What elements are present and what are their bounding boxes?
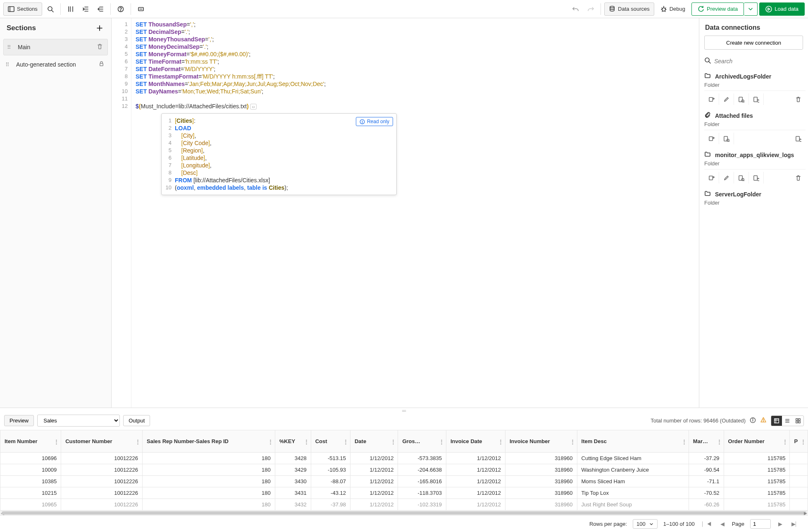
column-header[interactable]: Customer Number⋮ bbox=[61, 430, 143, 453]
drag-handle-icon[interactable]: ⠿ bbox=[7, 44, 14, 50]
preview-source-select[interactable]: Sales bbox=[37, 415, 120, 427]
load-data-button[interactable]: Load data bbox=[759, 2, 805, 16]
column-header[interactable]: Cost⋮ bbox=[311, 430, 350, 453]
conn-action-refresh[interactable] bbox=[749, 93, 764, 105]
data-sources-button[interactable]: Data sources bbox=[604, 2, 654, 16]
connection-search-input[interactable] bbox=[714, 58, 803, 64]
table-cell: -37.98 bbox=[311, 499, 350, 511]
delete-icon[interactable] bbox=[97, 43, 104, 51]
column-header[interactable]: Gros…⋮ bbox=[398, 430, 446, 453]
rows-per-page-select[interactable]: 100 bbox=[633, 519, 658, 529]
conn-action-edit[interactable] bbox=[719, 172, 734, 184]
conn-action-insert[interactable] bbox=[704, 172, 719, 184]
table-row[interactable]: 10009100122261803429-105.931/12/2012-204… bbox=[0, 464, 808, 476]
conn-action-insert[interactable] bbox=[704, 93, 719, 105]
column-menu-icon[interactable]: ⋮ bbox=[801, 438, 806, 444]
help-button[interactable] bbox=[114, 2, 127, 16]
info-icon[interactable] bbox=[750, 417, 756, 425]
table-cell: Just Right Beef Soup bbox=[577, 499, 689, 511]
panel-resize-handle[interactable]: ═ bbox=[0, 408, 808, 413]
column-menu-icon[interactable]: ⋮ bbox=[304, 438, 309, 444]
create-connection-button[interactable]: Create new connection bbox=[704, 36, 803, 50]
output-tab[interactable]: Output bbox=[123, 415, 150, 426]
table-row[interactable]: 10385100122261803430-88.071/12/2012-165.… bbox=[0, 476, 808, 487]
prev-page-button[interactable]: ◀ bbox=[719, 520, 726, 528]
conn-action-select[interactable] bbox=[734, 93, 749, 105]
svg-rect-42 bbox=[709, 136, 713, 140]
next-page-button[interactable]: ▶ bbox=[777, 520, 784, 528]
column-menu-icon[interactable]: ⋮ bbox=[391, 438, 396, 444]
table-row[interactable]: 10696100122261803428-513.151/12/2012-573… bbox=[0, 453, 808, 464]
page-input[interactable] bbox=[750, 519, 771, 529]
column-header[interactable]: Item Number⋮ bbox=[0, 430, 61, 453]
sections-toggle-button[interactable]: Sections bbox=[3, 2, 42, 16]
preview-tab[interactable]: Preview bbox=[4, 415, 34, 426]
conn-action-refresh[interactable] bbox=[749, 172, 764, 184]
debug-button[interactable]: Debug bbox=[656, 2, 690, 16]
column-menu-icon[interactable]: ⋮ bbox=[498, 438, 503, 444]
column-header[interactable]: Item Desc⋮ bbox=[577, 430, 689, 453]
svg-rect-67 bbox=[796, 421, 798, 422]
warning-icon bbox=[760, 417, 767, 425]
view-list[interactable] bbox=[782, 416, 793, 426]
horizontal-scrollbar[interactable]: ◀▶ bbox=[0, 511, 808, 515]
view-table[interactable] bbox=[771, 416, 782, 426]
column-header[interactable]: Order Number⋮ bbox=[724, 430, 790, 453]
section-item[interactable]: ⠿ Auto-generated section bbox=[0, 56, 111, 73]
comment-button[interactable] bbox=[64, 2, 77, 16]
column-header[interactable]: %KEY⋮ bbox=[275, 430, 311, 453]
svg-point-33 bbox=[362, 122, 362, 123]
column-menu-icon[interactable]: ⋮ bbox=[439, 438, 444, 444]
section-item[interactable]: ⠿ Main bbox=[3, 39, 108, 55]
table-cell: 1/12/2012 bbox=[446, 464, 505, 476]
column-menu-icon[interactable]: ⋮ bbox=[343, 438, 348, 444]
table-row[interactable]: 10215100122261803431-43.121/12/2012-118.… bbox=[0, 487, 808, 499]
preview-data-button[interactable]: Preview data bbox=[691, 2, 744, 16]
conn-action-select[interactable] bbox=[734, 172, 749, 184]
first-page-button[interactable]: ⎸◀ bbox=[701, 520, 713, 528]
indent-button[interactable] bbox=[79, 2, 92, 16]
column-header[interactable]: P⋮ bbox=[790, 430, 808, 453]
column-menu-icon[interactable]: ⋮ bbox=[268, 438, 273, 444]
code-editor[interactable]: 123456789101112 SET ThousandSep=','; SET… bbox=[112, 18, 699, 408]
conn-action-delete[interactable] bbox=[791, 172, 806, 184]
preview-grid[interactable]: Item Number⋮Customer Number⋮Sales Rep Nu… bbox=[0, 430, 808, 511]
help-icon bbox=[117, 6, 124, 12]
variables-button[interactable] bbox=[134, 2, 148, 16]
table-cell: 1/12/2012 bbox=[446, 499, 505, 511]
column-menu-icon[interactable]: ⋮ bbox=[717, 438, 722, 444]
conn-action-delete[interactable] bbox=[791, 93, 806, 105]
svg-rect-30 bbox=[100, 64, 103, 66]
column-menu-icon[interactable]: ⋮ bbox=[682, 438, 687, 444]
drag-handle-icon[interactable]: ⠿ bbox=[5, 62, 12, 68]
table-cell bbox=[790, 464, 808, 476]
column-header[interactable]: Sales Rep Number-Sales Rep ID⋮ bbox=[143, 430, 275, 453]
outdent-button[interactable] bbox=[94, 2, 107, 16]
table-cell: Washington Cranberry Juice bbox=[577, 464, 689, 476]
svg-rect-48 bbox=[709, 176, 713, 179]
table-row[interactable]: 10965100122261803432-37.981/12/2012-102.… bbox=[0, 499, 808, 511]
conn-action-refresh[interactable] bbox=[791, 133, 806, 144]
preview-data-dropdown[interactable] bbox=[744, 2, 758, 16]
conn-action-insert[interactable] bbox=[704, 133, 719, 144]
column-header[interactable]: Invoice Date⋮ bbox=[446, 430, 505, 453]
column-header[interactable]: Date⋮ bbox=[350, 430, 398, 453]
conn-action-select[interactable] bbox=[719, 133, 734, 144]
column-menu-icon[interactable]: ⋮ bbox=[570, 438, 575, 444]
column-menu-icon[interactable]: ⋮ bbox=[54, 438, 59, 444]
add-section-button[interactable] bbox=[95, 23, 105, 33]
table-cell: 10012226 bbox=[61, 464, 143, 476]
redo-button[interactable] bbox=[584, 2, 597, 16]
connection-type: Folder bbox=[704, 160, 806, 169]
conn-action-edit[interactable] bbox=[719, 93, 734, 105]
section-label: Main bbox=[18, 44, 93, 50]
search-button[interactable] bbox=[44, 2, 57, 16]
undo-button[interactable] bbox=[569, 2, 582, 16]
view-grid[interactable] bbox=[793, 416, 803, 426]
column-header[interactable]: Mar…⋮ bbox=[689, 430, 724, 453]
last-page-button[interactable]: ▶⎸ bbox=[790, 520, 802, 528]
svg-line-20 bbox=[662, 8, 663, 9]
column-menu-icon[interactable]: ⋮ bbox=[782, 438, 788, 444]
column-header[interactable]: Invoice Number⋮ bbox=[505, 430, 577, 453]
column-menu-icon[interactable]: ⋮ bbox=[135, 438, 141, 444]
